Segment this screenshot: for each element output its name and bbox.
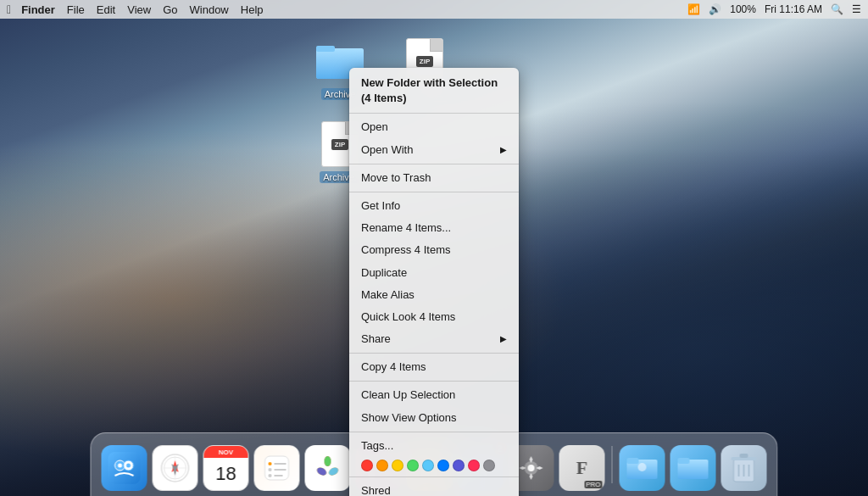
menu-sep-4 xyxy=(349,353,519,354)
tag-teal[interactable] xyxy=(422,460,434,471)
menu-open[interactable]: Open xyxy=(349,116,519,138)
wifi-icon[interactable]: 📶 xyxy=(687,3,700,15)
battery-indicator: 100% xyxy=(730,3,756,15)
menu-sep-1 xyxy=(349,113,519,114)
svg-point-34 xyxy=(528,465,535,471)
menu-quick-look[interactable]: Quick Look 4 Items xyxy=(349,306,519,328)
clock: Fri 11:16 AM xyxy=(765,3,822,15)
dock-safari[interactable] xyxy=(153,445,198,491)
zip-badge: ZIP xyxy=(416,56,433,67)
calendar-date: 18 xyxy=(215,458,236,490)
svg-point-18 xyxy=(269,468,272,471)
svg-rect-42 xyxy=(740,454,748,458)
menu-shred[interactable]: Shred xyxy=(349,480,519,496)
open-with-arrow: ▶ xyxy=(500,144,507,156)
menu-go[interactable]: Go xyxy=(163,3,177,16)
tag-orange[interactable] xyxy=(376,460,388,471)
share-arrow: ▶ xyxy=(500,333,507,345)
menu-compress[interactable]: Compress 4 Items xyxy=(349,239,519,261)
tag-gray[interactable] xyxy=(483,460,495,471)
dock-folder[interactable] xyxy=(670,445,716,491)
menu-open-with[interactable]: Open With ▶ xyxy=(349,139,519,161)
dock-photos[interactable] xyxy=(305,445,351,491)
svg-rect-2 xyxy=(316,46,335,52)
svg-point-37 xyxy=(638,463,647,471)
svg-point-16 xyxy=(269,462,272,465)
dock-user-folder[interactable] xyxy=(620,445,665,491)
menu-duplicate[interactable]: Duplicate xyxy=(349,262,519,284)
menu-move-trash[interactable]: Move to Trash xyxy=(349,167,519,189)
zip-badge2: ZIP xyxy=(331,139,348,150)
spotlight-icon[interactable]: 🔍 xyxy=(831,3,843,15)
svg-point-26 xyxy=(325,456,331,466)
dock-fjpro[interactable]: F PRO xyxy=(559,445,605,491)
dock-reminders[interactable] xyxy=(254,445,300,491)
menu-file[interactable]: File xyxy=(67,3,85,16)
menu-share[interactable]: Share ▶ xyxy=(349,328,519,350)
apple-menu[interactable]:  xyxy=(7,3,11,16)
menu-make-alias[interactable]: Make Alias xyxy=(349,284,519,306)
tag-red[interactable] xyxy=(361,460,373,471)
dock-finder[interactable] xyxy=(102,445,147,491)
menu-new-folder[interactable]: New Folder with Selection (4 Items) xyxy=(349,71,519,110)
menu-sep-3 xyxy=(349,192,519,192)
tags-color-row xyxy=(349,457,519,474)
tag-blue[interactable] xyxy=(437,460,449,471)
menu-view[interactable]: View xyxy=(127,3,151,16)
svg-rect-39 xyxy=(678,458,690,464)
menu-edit[interactable]: Edit xyxy=(97,3,115,16)
menu-rename[interactable]: Rename 4 Items... xyxy=(349,217,519,239)
volume-icon[interactable]: 🔊 xyxy=(709,3,721,15)
menubar:  Finder File Edit View Go Window Help 📶… xyxy=(0,0,868,19)
menu-tags[interactable]: Tags... xyxy=(349,435,519,457)
tag-pink[interactable] xyxy=(468,460,480,471)
menu-window[interactable]: Window xyxy=(190,3,229,16)
notification-center-icon[interactable]: ☰ xyxy=(852,3,861,15)
svg-point-6 xyxy=(118,464,122,468)
menu-get-info[interactable]: Get Info xyxy=(349,195,519,217)
dock-trash[interactable] xyxy=(721,445,767,491)
dock-calendar[interactable]: NOV 18 xyxy=(203,445,249,491)
menu-sep-6 xyxy=(349,432,519,432)
menu-show-view-options[interactable]: Show View Options xyxy=(349,407,519,429)
menu-sep-2 xyxy=(349,164,519,164)
menu-sep-5 xyxy=(349,381,519,382)
dock-separator xyxy=(612,446,613,483)
context-menu: New Folder with Selection (4 Items) Open… xyxy=(349,68,519,496)
svg-point-7 xyxy=(126,464,131,468)
tag-purple[interactable] xyxy=(453,460,465,471)
svg-rect-36 xyxy=(627,458,639,464)
svg-point-20 xyxy=(269,474,272,477)
menu-finder[interactable]: Finder xyxy=(21,3,55,16)
menu-sep-7 xyxy=(349,476,519,477)
tag-yellow[interactable] xyxy=(392,460,403,471)
menu-clean-up[interactable]: Clean Up Selection xyxy=(349,384,519,406)
tag-green[interactable] xyxy=(407,460,419,471)
menu-copy[interactable]: Copy 4 Items xyxy=(349,356,519,378)
menu-help[interactable]: Help xyxy=(241,3,264,16)
